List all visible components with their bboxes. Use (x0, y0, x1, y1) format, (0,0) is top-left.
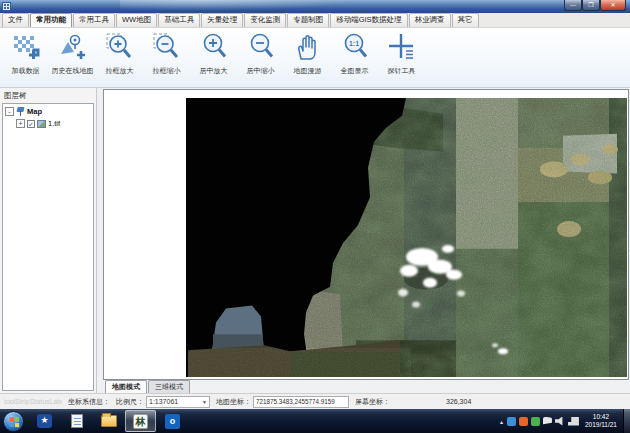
history-online-map-icon (58, 32, 88, 64)
tree-node-label: Map (27, 107, 42, 116)
center-zoom-in-button[interactable]: 居中放大 (190, 30, 237, 87)
status-placeholder-label: toolStripStatusLabel1 (4, 398, 62, 405)
tool-label: 全图显示 (341, 66, 369, 76)
probe-icon (387, 32, 417, 64)
map-mode-tabstrip: 地图模式 三维模式 (103, 380, 629, 393)
volume-icon[interactable] (555, 417, 565, 426)
main-area: 图层树 - Map + ✓ 1.tif (0, 88, 630, 393)
tool-label: 历史在线地图 (52, 66, 94, 76)
tool-label: 居中缩小 (247, 66, 275, 76)
tab-thematic-mapping[interactable]: 专题制图 (287, 13, 329, 27)
status-bar: toolStripStatusLabel1 坐标系信息： 比例尺： 1:1370… (0, 393, 630, 409)
ribbon-tab-bar: 文件 常用功能 常用工具 WW地图 基础工具 矢量处理 变化监测 专题制图 移动… (0, 13, 630, 28)
tool-label: 地图漫游 (294, 66, 322, 76)
raster-layer-icon (37, 120, 46, 128)
scale-label: 比例尺： (116, 397, 144, 407)
windows-taskbar: ★ 林 o ▴ 10:42 2019/11/21 (0, 409, 630, 433)
chevron-down-icon[interactable]: ▼ (202, 399, 207, 405)
box-zoom-in-icon (105, 32, 135, 64)
hidden-icons-arrow[interactable]: ▴ (500, 418, 503, 425)
taskbar-app-gis[interactable]: 林 (125, 410, 156, 432)
tab-basic-tools[interactable]: 基础工具 (158, 13, 200, 27)
map-container: 地图模式 三维模式 (97, 88, 630, 393)
tab-ww-map[interactable]: WW地图 (116, 13, 157, 27)
tab-mobile-gis-processing[interactable]: 移动端GIS数据处理 (330, 13, 407, 27)
network-icon[interactable] (568, 417, 579, 426)
map-coord-value: 721875.3483,2455774.9159 (253, 396, 349, 408)
title-bar: — ❐ ✕ (0, 0, 630, 13)
main-toolbar: 加载数据 历史在线地图 拉框放大 (0, 28, 630, 88)
minimize-button[interactable]: — (564, 0, 582, 11)
folder-icon (101, 415, 117, 427)
layer-panel: 图层树 - Map + ✓ 1.tif (0, 88, 97, 393)
scale-value: 1:137061 (149, 398, 178, 405)
tab-change-monitoring[interactable]: 变化监测 (244, 13, 286, 27)
tab-map-mode[interactable]: 地图模式 (105, 380, 147, 393)
clock-date: 2019/11/21 (585, 421, 617, 429)
star-bubble-icon: ★ (37, 414, 52, 428)
layer-tree[interactable]: - Map + ✓ 1.tif (2, 103, 94, 391)
tray-input-method-icon[interactable] (519, 417, 528, 426)
tree-node-layer[interactable]: + ✓ 1.tif (16, 119, 91, 128)
tab-vector-processing[interactable]: 矢量处理 (201, 13, 243, 27)
show-desktop-button[interactable] (623, 409, 630, 433)
tool-label: 拉框放大 (106, 66, 134, 76)
app-window-icon (2, 2, 11, 11)
map-coord-label: 地图坐标： (216, 397, 251, 407)
map-node-icon (16, 107, 25, 116)
load-data-icon (11, 32, 41, 64)
tab-forestry-survey[interactable]: 林业调查 (409, 13, 451, 27)
load-data-button[interactable]: 加载数据 (2, 30, 49, 87)
tab-3d-mode[interactable]: 三维模式 (148, 380, 190, 393)
full-extent-icon: 1:1 (340, 32, 370, 64)
forestry-app-icon: 林 (133, 414, 148, 429)
pan-button[interactable]: 地图漫游 (284, 30, 331, 87)
probe-tool-button[interactable]: 探针工具 (378, 30, 425, 87)
box-zoom-out-button[interactable]: 拉框缩小 (143, 30, 190, 87)
tab-file[interactable]: 文件 (2, 13, 29, 27)
tool-label: 加载数据 (12, 66, 40, 76)
collapse-icon[interactable]: - (5, 107, 14, 116)
tray-blue-app-icon[interactable] (507, 417, 516, 426)
tab-common-tools[interactable]: 常用工具 (73, 13, 115, 27)
close-button[interactable]: ✕ (600, 0, 626, 11)
start-button[interactable] (3, 411, 24, 432)
taskbar-app-o[interactable]: o (157, 410, 188, 432)
tool-label: 拉框缩小 (153, 66, 181, 76)
tool-label: 居中放大 (200, 66, 228, 76)
tab-common-functions[interactable]: 常用功能 (30, 13, 72, 27)
system-tray: ▴ 10:42 2019/11/21 (500, 409, 630, 433)
layer-panel-title: 图层树 (0, 88, 96, 103)
action-center-flag-icon[interactable] (543, 417, 552, 426)
center-zoom-out-icon (246, 32, 276, 64)
screen-coord-value: 326,304 (446, 398, 471, 405)
maximize-button[interactable]: ❐ (582, 0, 600, 11)
full-extent-button[interactable]: 1:1 全图显示 (331, 30, 378, 87)
center-zoom-in-icon (199, 32, 229, 64)
tab-other[interactable]: 其它 (452, 13, 479, 27)
windows-logo-icon (9, 416, 19, 427)
map-canvas[interactable] (103, 89, 629, 380)
box-zoom-out-icon (152, 32, 182, 64)
taskbar-app-document[interactable] (61, 410, 92, 432)
expand-icon[interactable]: + (16, 119, 25, 128)
document-icon (71, 414, 83, 428)
application-window: — ❐ ✕ 文件 常用功能 常用工具 WW地图 基础工具 矢量处理 变化监测 专… (0, 0, 630, 433)
clock-time: 10:42 (585, 413, 617, 421)
box-zoom-in-button[interactable]: 拉框放大 (96, 30, 143, 87)
tree-node-map[interactable]: - Map (5, 107, 91, 116)
layer-checkbox[interactable]: ✓ (27, 120, 35, 128)
screen-coord-label: 屏幕坐标： (355, 397, 390, 407)
satellite-raster (104, 90, 628, 379)
tree-node-label: 1.tif (48, 119, 60, 128)
taskbar-clock[interactable]: 10:42 2019/11/21 (585, 413, 617, 429)
taskbar-app-star[interactable]: ★ (29, 410, 60, 432)
tray-security-icon[interactable] (531, 417, 540, 426)
scale-dropdown[interactable]: 1:137061 ▼ (146, 396, 210, 408)
center-zoom-out-button[interactable]: 居中缩小 (237, 30, 284, 87)
history-online-map-button[interactable]: 历史在线地图 (49, 30, 96, 87)
svg-text:1:1: 1:1 (348, 40, 358, 47)
pan-hand-icon (293, 32, 323, 64)
coord-sys-label: 坐标系信息： (68, 397, 110, 407)
taskbar-app-explorer[interactable] (93, 410, 124, 432)
